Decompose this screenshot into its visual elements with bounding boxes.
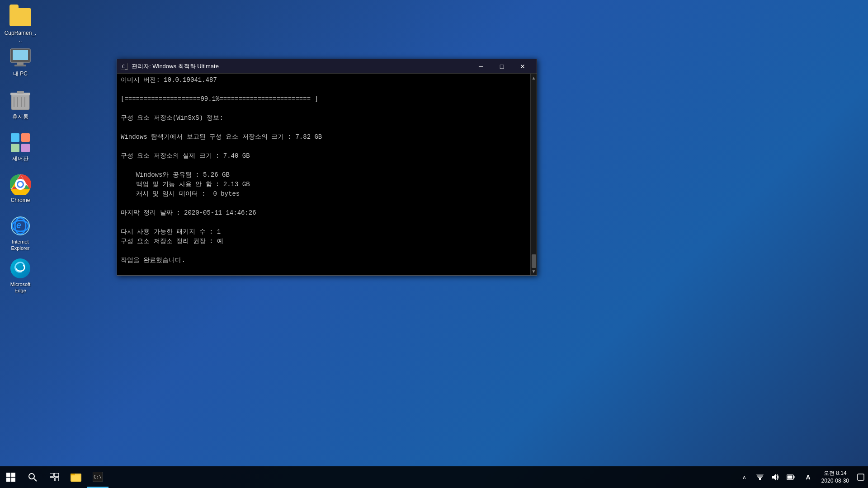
icon-label-my-pc: 내 PC [13,70,28,78]
svg-rect-49 [858,474,864,480]
tray-network-icon[interactable] [753,466,767,488]
svg-rect-42 [758,477,762,478]
svg-rect-48 [787,476,792,479]
volume-icon [772,474,779,481]
scrollbar-up-arrow[interactable]: ▲ [531,75,537,81]
desktop-icon-my-pc[interactable]: 내 PC [2,45,38,80]
minimize-button[interactable]: ─ [471,59,491,74]
folder-icon [9,6,31,28]
icon-label-ie: Internet Explorer [4,239,37,252]
svg-rect-1 [13,50,28,60]
control-panel-icon [9,132,31,154]
taskbar-explorer-button[interactable] [65,466,87,488]
scrollbar-down-arrow[interactable]: ▼ [531,268,537,274]
win-logo-pane-2 [11,473,15,477]
icon-label-control: 제어판 [12,155,28,163]
taskbar-cmd-button[interactable]: C:\ [87,466,108,488]
cmd-title-text: 관리자: Windows 최적화 Ultimate [132,62,471,70]
cmd-window: C_ 관리자: Windows 최적화 Ultimate ─ □ ✕ 이미지 버… [117,59,537,276]
windows-logo-icon [6,473,15,482]
start-button[interactable] [0,466,22,488]
network-icon [756,474,764,481]
scrollbar-track[interactable] [531,81,537,268]
tray-battery-icon[interactable] [783,466,798,488]
svg-rect-37 [71,474,75,475]
icon-label-cupramen: CupRamen_... [4,30,37,44]
task-view-icon [50,473,59,481]
svg-rect-32 [50,473,53,477]
cmd-icon: C:\ [93,472,103,482]
scrollbar-thumb [532,254,536,268]
desktop: CupRamen_... 내 PC 휴지통 [0,0,868,488]
clock-date: 2020-08-30 [821,477,849,485]
desktop-icon-control[interactable]: 제어판 [2,130,38,164]
svg-text:e: e [16,220,21,230]
svg-point-27 [10,258,30,278]
svg-rect-43 [757,475,763,477]
svg-text:C_: C_ [122,64,127,70]
maximize-button[interactable]: □ [491,59,512,74]
svg-rect-35 [55,478,59,481]
cmd-titlebar[interactable]: C_ 관리자: Windows 최적화 Ultimate ─ □ ✕ [117,59,537,74]
win-logo-pane-4 [11,478,15,482]
svg-rect-11 [11,133,19,142]
chrome-icon [9,174,31,195]
svg-marker-45 [772,474,776,480]
pc-icon [9,47,31,69]
cmd-content-area: 이미지 버전: 10.0.19041.487 [================… [117,74,530,275]
language-indicator[interactable]: A [800,466,817,488]
win-logo-pane-1 [6,473,10,477]
svg-rect-33 [54,473,59,477]
cmd-body: 이미지 버전: 10.0.19041.487 [================… [117,74,537,275]
cmd-output: 이미지 버전: 10.0.19041.487 [================… [121,75,527,275]
svg-rect-6 [17,91,24,94]
svg-point-22 [18,182,23,187]
svg-rect-3 [14,65,26,66]
desktop-icon-edge[interactable]: Microsoft Edge [2,256,38,296]
svg-rect-2 [17,62,24,65]
search-icon [28,473,37,482]
desktop-icon-ie[interactable]: e Internet Explorer [2,213,38,253]
svg-text:C:\: C:\ [94,474,102,479]
svg-rect-12 [21,133,30,142]
ie-icon: e [9,215,31,237]
tray-chevron[interactable]: ∧ [737,466,752,488]
svg-rect-13 [11,144,19,152]
svg-rect-44 [756,474,764,475]
explorer-icon [71,472,81,482]
svg-line-31 [34,479,37,481]
taskbar-clock[interactable]: 오전 8:14 2020-08-30 [817,466,854,488]
recycle-icon [9,90,31,112]
notification-icon [857,474,864,481]
tray-volume-icon[interactable] [768,466,783,488]
taskbar-search-button[interactable] [22,466,43,488]
desktop-icon-recycle[interactable]: 휴지통 [2,88,38,122]
svg-rect-47 [793,476,794,479]
svg-rect-14 [21,144,30,152]
clock-time: 오전 8:14 [824,469,847,477]
taskbar-task-view-button[interactable] [43,466,65,488]
desktop-icon-chrome[interactable]: Chrome [2,172,38,206]
taskbar: C:\ ∧ [0,466,868,488]
win-logo-pane-3 [6,478,10,482]
notification-area[interactable] [854,466,868,488]
icon-label-edge: Microsoft Edge [4,281,37,294]
edge-icon [9,258,31,279]
svg-rect-41 [759,478,761,480]
icon-label-recycle: 휴지통 [12,113,28,121]
cmd-scrollbar[interactable]: ▲ ▼ [530,74,537,275]
battery-icon [787,474,795,480]
cmd-titlebar-icon: C_ [121,63,128,70]
icon-label-chrome: Chrome [11,197,30,204]
taskbar-tray: ∧ [736,466,800,488]
desktop-icon-cupramen[interactable]: CupRamen_... [2,5,38,46]
svg-rect-38 [71,475,80,481]
titlebar-buttons: ─ □ ✕ [471,59,533,74]
svg-point-30 [29,474,34,479]
svg-rect-34 [50,478,54,481]
close-button[interactable]: ✕ [512,59,533,74]
